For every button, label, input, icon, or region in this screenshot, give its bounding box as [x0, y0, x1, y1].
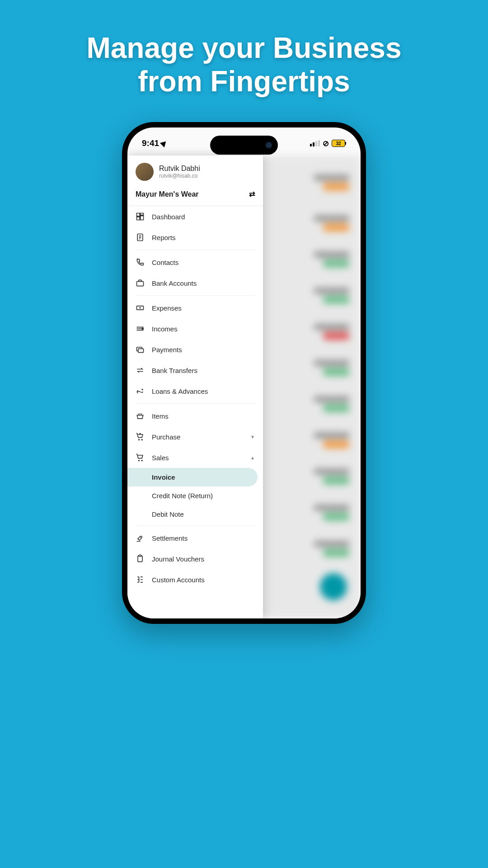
menu-label: Reports — [152, 234, 176, 241]
submenu-label: Invoice — [152, 473, 175, 481]
link-icon: ⊘ — [323, 139, 329, 148]
camera-dot — [265, 142, 272, 149]
submenu-credit-note[interactable]: Credit Note (Return) — [127, 486, 263, 505]
svg-rect-4 — [137, 282, 144, 286]
menu-label: Bank Transfers — [152, 367, 197, 374]
menu-incomes[interactable]: Incomes — [127, 318, 263, 339]
hero-line-1: Manage your Business — [0, 32, 488, 65]
submenu-debit-note[interactable]: Debit Note — [127, 505, 263, 524]
menu-label: Payments — [152, 346, 182, 354]
divider — [136, 295, 255, 296]
menu-journal-vouchers[interactable]: Journal Vouchers — [127, 548, 263, 569]
chevron-up-icon: ▲ — [250, 455, 255, 460]
cart-icon — [136, 453, 145, 462]
menu-list: Dashboard Reports Contacts Bank Accounts — [127, 206, 263, 590]
menu-dashboard[interactable]: Dashboard — [127, 206, 263, 227]
navigation-drawer: Rutvik Dabhi rutvik@hisab.co Mayur Men's… — [127, 156, 263, 618]
phone-frame: 9:41 ⊘ 32 — [122, 122, 366, 624]
briefcase-icon — [136, 278, 145, 288]
income-icon — [136, 324, 145, 333]
svg-point-6 — [139, 307, 141, 308]
swap-icon: ⇅ — [248, 191, 256, 197]
svg-point-7 — [141, 328, 144, 330]
menu-label: Contacts — [152, 259, 178, 266]
business-selector[interactable]: Mayur Men's Wear ⇅ — [127, 185, 263, 206]
menu-label: Purchase — [152, 433, 180, 441]
clipboard-icon — [136, 554, 145, 563]
menu-custom-accounts[interactable]: Custom Accounts — [127, 569, 263, 590]
menu-reports[interactable]: Reports — [127, 227, 263, 248]
hero-title: Manage your Business from Fingertips — [0, 32, 488, 98]
menu-label: Settlements — [152, 534, 188, 542]
svg-rect-9 — [138, 349, 144, 352]
chevron-down-icon: ▼ — [250, 434, 255, 439]
menu-label: Loans & Advances — [152, 387, 208, 395]
cart-add-icon — [136, 432, 145, 441]
loans-icon — [136, 387, 145, 396]
status-left: 9:41 — [142, 138, 167, 148]
dashboard-icon — [136, 212, 145, 221]
user-section[interactable]: Rutvik Dabhi rutvik@hisab.co — [127, 156, 263, 185]
tree-icon — [136, 575, 145, 584]
submenu-label: Credit Note (Return) — [152, 492, 213, 500]
submenu-invoice[interactable]: Invoice — [127, 468, 258, 486]
menu-items[interactable]: Items — [127, 406, 263, 426]
basket-icon — [136, 411, 145, 420]
hero-line-2: from Fingertips — [0, 65, 488, 99]
user-email: rutvik@hisab.co — [159, 173, 200, 179]
menu-label: Sales — [152, 454, 169, 462]
submenu-label: Debit Note — [152, 510, 184, 518]
battery-level: 32 — [332, 140, 345, 147]
payment-icon — [136, 345, 145, 354]
menu-label: Journal Vouchers — [152, 555, 204, 563]
menu-settlements[interactable]: Settlements — [127, 528, 263, 548]
status-time: 9:41 — [142, 138, 159, 148]
avatar — [136, 163, 154, 181]
phone-icon — [136, 258, 145, 267]
menu-payments[interactable]: Payments — [127, 339, 263, 360]
battery-icon: 32 — [332, 140, 346, 147]
svg-rect-12 — [139, 555, 141, 557]
user-name: Rutvik Dabhi — [159, 165, 200, 173]
divider — [136, 403, 255, 404]
menu-purchase[interactable]: Purchase ▼ — [127, 426, 263, 447]
menu-label: Items — [152, 412, 169, 420]
menu-label: Bank Accounts — [152, 279, 197, 287]
status-right: ⊘ 32 — [310, 139, 346, 148]
menu-label: Expenses — [152, 304, 182, 312]
divider — [136, 250, 255, 250]
svg-point-10 — [141, 389, 143, 390]
menu-expenses[interactable]: Expenses — [127, 297, 263, 318]
menu-loans-advances[interactable]: Loans & Advances — [127, 381, 263, 401]
business-name: Mayur Men's Wear — [136, 190, 199, 198]
menu-bank-transfers[interactable]: Bank Transfers — [127, 360, 263, 381]
reports-icon — [136, 233, 145, 242]
menu-contacts[interactable]: Contacts — [127, 252, 263, 273]
gavel-icon — [136, 533, 145, 542]
menu-label: Incomes — [152, 325, 178, 333]
dynamic-island — [210, 136, 278, 155]
location-icon — [160, 139, 168, 147]
phone-screen: 9:41 ⊘ 32 — [127, 127, 361, 618]
divider — [136, 525, 255, 526]
user-info: Rutvik Dabhi rutvik@hisab.co — [159, 165, 200, 179]
menu-label: Dashboard — [152, 213, 185, 221]
fab-button[interactable] — [320, 573, 347, 600]
menu-sales[interactable]: Sales ▲ — [127, 447, 263, 468]
signal-icon — [310, 140, 320, 146]
expense-icon — [136, 303, 145, 312]
transfer-icon — [136, 366, 145, 375]
menu-label: Custom Accounts — [152, 576, 205, 584]
menu-bank-accounts[interactable]: Bank Accounts — [127, 273, 263, 293]
